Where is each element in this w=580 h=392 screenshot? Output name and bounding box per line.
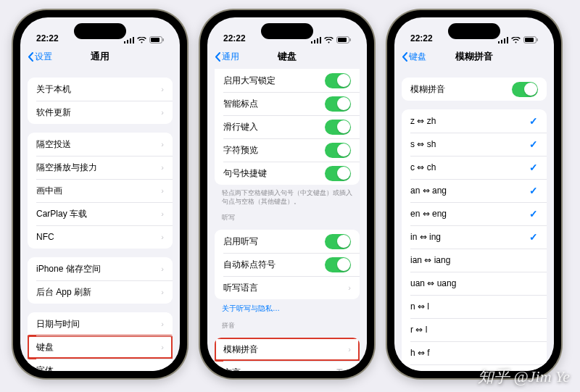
- cell-dictation-toggle[interactable]: 启用听写: [215, 230, 360, 253]
- dictation-privacy-link[interactable]: 关于听写与隐私…: [207, 299, 367, 314]
- footer-note: 轻点两下空格键插入句号（中文键盘）或插入句点与空格（其他键盘）。: [207, 185, 367, 206]
- cell-label: 自动标点符号: [223, 259, 276, 271]
- cell-label: 后台 App 刷新: [36, 286, 91, 299]
- signal-icon: [124, 37, 134, 43]
- list-cell[interactable]: 字体›: [28, 359, 173, 371]
- toggle-cell[interactable]: 启用大写锁定: [215, 69, 360, 92]
- chevron-left-icon: [402, 52, 407, 62]
- cell-label: 启用大写锁定: [223, 75, 276, 87]
- back-button[interactable]: 通用: [215, 51, 239, 63]
- svg-rect-2: [130, 38, 131, 43]
- cell-label: 听写语言: [223, 282, 258, 294]
- svg-rect-19: [525, 38, 534, 42]
- fuzzy-pair-cell[interactable]: hui ⇔ fei: [402, 364, 547, 371]
- back-button[interactable]: 设置: [28, 51, 52, 63]
- list-cell[interactable]: 日期与时间›: [28, 312, 173, 335]
- cell-label: 模糊拼音: [410, 83, 445, 96]
- cell-label: 智能标点: [223, 98, 258, 110]
- nav-title: 通用: [91, 50, 109, 63]
- cell-label: 日期与时间: [36, 318, 80, 330]
- switch-icon[interactable]: [325, 234, 351, 249]
- toggle-cell[interactable]: 句号快捷键: [215, 162, 360, 185]
- battery-icon: [523, 36, 538, 43]
- list-cell[interactable]: 软件更新›: [28, 101, 173, 124]
- fuzzy-pair-cell[interactable]: n ⇔ l: [402, 295, 547, 318]
- chevron-right-icon: ›: [161, 140, 164, 149]
- cell-auto-punct-toggle[interactable]: 自动标点符号: [215, 253, 360, 276]
- navbar: 通用 键盘: [207, 45, 367, 69]
- cell-dictation-lang[interactable]: 听写语言 ›: [215, 276, 360, 299]
- svg-rect-14: [498, 41, 500, 43]
- checkmark-icon: ✓: [529, 208, 538, 220]
- fuzzy-pair-cell[interactable]: in ⇔ ing✓: [402, 225, 547, 249]
- list-cell[interactable]: NFC›: [28, 225, 173, 249]
- svg-rect-9: [317, 38, 318, 43]
- list-cell[interactable]: 隔空投送›: [28, 133, 173, 156]
- nav-title: 键盘: [278, 50, 297, 63]
- switch-icon[interactable]: [325, 166, 351, 181]
- switch-icon[interactable]: [325, 120, 351, 135]
- cell-label: 字体: [36, 364, 54, 372]
- switch-icon[interactable]: [325, 143, 351, 158]
- scroll-content[interactable]: 关于本机›软件更新› 隔空投送›隔空播放与接力›画中画›CarPlay 车载›N…: [20, 69, 180, 371]
- toggle-cell[interactable]: 智能标点: [215, 92, 360, 115]
- cell-label: c ⇔ ch: [410, 162, 436, 172]
- svg-rect-13: [350, 38, 351, 41]
- chevron-right-icon: ›: [161, 366, 164, 371]
- dynamic-island: [448, 23, 500, 39]
- status-time: 22:22: [36, 33, 59, 43]
- chevron-right-icon: ›: [161, 264, 164, 273]
- back-button[interactable]: 键盘: [402, 51, 426, 63]
- chevron-right-icon: ›: [161, 209, 164, 218]
- toggle-cell[interactable]: 字符预览: [215, 138, 360, 162]
- list-cell[interactable]: 关于本机›: [28, 78, 173, 101]
- dynamic-island: [261, 23, 313, 39]
- cell-dialect[interactable]: 方言 无›: [215, 361, 360, 371]
- list-cell[interactable]: 后台 App 刷新›: [28, 280, 173, 304]
- fuzzy-pair-cell[interactable]: an ⇔ ang✓: [402, 179, 547, 202]
- svg-rect-3: [133, 37, 134, 43]
- list-cell[interactable]: CarPlay 车载›: [28, 202, 173, 225]
- scroll-content[interactable]: 模糊拼音 z ⇔ zh✓s ⇔ sh✓c ⇔ ch✓an ⇔ ang✓en ⇔ …: [394, 69, 554, 371]
- list-cell[interactable]: 画中画›: [28, 179, 173, 202]
- cell-label: an ⇔ ang: [410, 185, 447, 196]
- cell-label: 隔空播放与接力: [36, 162, 97, 174]
- svg-rect-0: [124, 41, 125, 43]
- switch-icon[interactable]: [325, 257, 351, 272]
- chevron-right-icon: ›: [161, 186, 164, 195]
- cell-label: 启用听写: [223, 235, 258, 248]
- switch-icon[interactable]: [325, 73, 351, 88]
- cell-label: uan ⇔ uang: [410, 278, 456, 288]
- fuzzy-pair-cell[interactable]: en ⇔ eng✓: [402, 202, 547, 225]
- status-icons: [311, 36, 351, 43]
- wifi-icon: [137, 37, 146, 43]
- dynamic-island: [74, 23, 126, 39]
- fuzzy-pair-cell[interactable]: ian ⇔ iang: [402, 249, 547, 272]
- checkmark-icon: ✓: [529, 115, 538, 127]
- toggle-cell[interactable]: 滑行键入: [215, 115, 360, 138]
- scroll-content[interactable]: 启用大写锁定智能标点滑行键入字符预览句号快捷键 轻点两下空格键插入句号（中文键盘…: [207, 69, 367, 371]
- fuzzy-pair-cell[interactable]: r ⇔ l: [402, 318, 547, 341]
- switch-icon[interactable]: [325, 96, 351, 112]
- switch-icon[interactable]: [512, 82, 538, 97]
- cell-fuzzy-pinyin[interactable]: 模糊拼音 ›: [215, 338, 360, 361]
- fuzzy-pair-cell[interactable]: uan ⇔ uang: [402, 272, 547, 295]
- list-cell[interactable]: iPhone 储存空间›: [28, 257, 173, 280]
- back-label: 通用: [222, 51, 239, 63]
- fuzzy-pair-cell[interactable]: z ⇔ zh✓: [402, 109, 547, 133]
- fuzzy-pair-cell[interactable]: c ⇔ ch✓: [402, 156, 547, 179]
- chevron-right-icon: ›: [348, 368, 351, 371]
- cell-label: h ⇔ f: [410, 348, 430, 358]
- cell-label: 键盘: [36, 341, 54, 354]
- list-cell[interactable]: 键盘›: [28, 335, 173, 359]
- chevron-right-icon: ›: [161, 85, 164, 93]
- phone-keyboard: 22:22 通用 键盘 启用大写锁定智能标点滑行键入字符预览句号快捷键 轻点两下…: [200, 10, 374, 378]
- cell-label: 关于本机: [36, 83, 71, 96]
- cell-label: 软件更新: [36, 107, 71, 119]
- list-cell[interactable]: 隔空播放与接力›: [28, 156, 173, 179]
- cell-fuzzy-master-toggle[interactable]: 模糊拼音: [402, 78, 547, 101]
- cell-label: 隔空投送: [36, 138, 71, 151]
- status-time: 22:22: [223, 33, 246, 43]
- fuzzy-pair-cell[interactable]: s ⇔ sh✓: [402, 133, 547, 156]
- fuzzy-pair-cell[interactable]: h ⇔ f: [402, 341, 547, 364]
